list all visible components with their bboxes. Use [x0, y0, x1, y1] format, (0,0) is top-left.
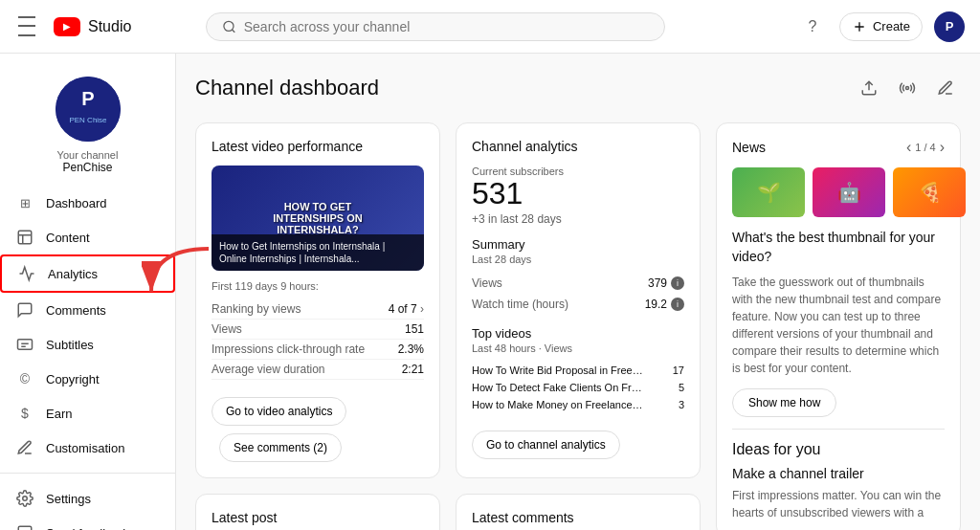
news-divider: [732, 429, 945, 430]
svg-point-8: [23, 497, 28, 501]
dashboard-icon: ⊞: [15, 193, 34, 212]
see-comments-button[interactable]: See comments (2): [219, 433, 342, 462]
header-left: Studio: [15, 15, 131, 38]
news-prev-button[interactable]: ‹: [906, 139, 911, 156]
sidebar-label-earn: Earn: [46, 407, 72, 421]
top-video-name-0: How To Write Bid Proposal in Freelancer|…: [472, 364, 644, 376]
menu-icon[interactable]: [15, 15, 38, 38]
search-bar[interactable]: [206, 12, 665, 41]
top-video-row-1: How To Detect Fake Clients On Freelancin…: [472, 379, 684, 396]
thumbnail-overlay-text-2: Online Internships | Internshala...: [219, 253, 416, 265]
customisation-icon: [15, 438, 34, 457]
sidebar-label-send-feedback: Send feedback: [46, 526, 129, 531]
sidebar-item-customisation[interactable]: Customisation: [0, 431, 175, 465]
stat-label-duration: Average view duration: [212, 363, 325, 376]
stat-row-ranking: Ranking by views 4 of 7 ›: [212, 299, 424, 320]
your-channel-label: Your channel: [57, 149, 119, 161]
create-label: Create: [873, 19, 910, 33]
top-video-row-0: How To Write Bid Proposal in Freelancer|…: [472, 362, 684, 379]
upload-icon[interactable]: [854, 73, 884, 103]
latest-video-title: Latest video performance: [212, 139, 424, 154]
dashboard-columns: Latest video performance HOW TO GETINTER…: [195, 122, 961, 530]
bottom-row: Latest post Loading... Latest comments C…: [195, 494, 701, 530]
svg-point-10: [906, 87, 909, 90]
sidebar-item-subtitles[interactable]: Subtitles: [0, 327, 175, 362]
stat-label-ctr: Impressions click-through rate: [212, 342, 365, 356]
help-icon[interactable]: ?: [797, 11, 828, 42]
ideas-title: Ideas for you: [732, 441, 945, 458]
sidebar-label-analytics: Analytics: [48, 267, 98, 281]
sidebar-item-settings[interactable]: Settings: [0, 481, 175, 516]
content-icon: [15, 228, 34, 247]
channel-analytics-btn-container: Go to channel analytics: [472, 423, 684, 459]
summary-title: Summary: [472, 237, 684, 252]
go-to-channel-analytics-button[interactable]: Go to channel analytics: [472, 431, 620, 459]
watchtime-info-icon: i: [671, 298, 684, 311]
analytics-label-watchtime: Watch time (hours): [472, 298, 568, 311]
channel-info: P PEN Chise Your channel PenChise: [0, 61, 175, 186]
top-video-views-0: 17: [673, 364, 684, 376]
thumbnail-overlay: How to Get Internships on Internshala | …: [212, 234, 424, 271]
sidebar-label-content: Content: [46, 231, 90, 245]
analytics-label-views: Views: [472, 276, 502, 290]
stat-label-ranking: Ranking by views: [212, 302, 301, 316]
sidebar-divider: [0, 473, 175, 474]
ideas-subtitle: Make a channel trailer: [732, 466, 945, 481]
header: Studio ? Create P: [0, 0, 980, 54]
analytics-row-views: Views 379 i: [472, 273, 684, 294]
app-body: P PEN Chise Your channel PenChise ⊞ Dash…: [0, 54, 980, 530]
copyright-icon: ©: [15, 369, 34, 388]
subscribers-change: +3 in last 28 days: [472, 212, 684, 226]
logo[interactable]: Studio: [54, 17, 131, 36]
latest-comments-title: Latest comments: [472, 510, 684, 525]
avatar[interactable]: P: [934, 11, 965, 42]
edit-icon[interactable]: [930, 73, 961, 103]
svg-text:P: P: [81, 88, 94, 109]
stat-label-views: Views: [212, 322, 242, 336]
news-thumb-1: 🌱: [732, 167, 805, 217]
sidebar-item-dashboard[interactable]: ⊞ Dashboard: [0, 186, 175, 220]
summary-period: Last 28 days: [472, 254, 684, 265]
main-content: Channel dashboard Late: [176, 54, 980, 530]
news-column: News ‹ 1 / 4 › 🌱 🤖 🍕 What's the best thu…: [716, 122, 961, 530]
sidebar-label-settings: Settings: [46, 492, 91, 506]
sidebar-item-analytics[interactable]: Analytics: [0, 254, 175, 293]
views-info-icon: i: [671, 276, 684, 290]
news-card: News ‹ 1 / 4 › 🌱 🤖 🍕 What's the best thu…: [716, 122, 961, 530]
latest-comments-card: Latest comments Channel comments that I …: [456, 494, 701, 530]
news-nav: ‹ 1 / 4 ›: [906, 139, 945, 156]
sidebar-item-comments[interactable]: Comments: [0, 293, 175, 327]
svg-text:PEN Chise: PEN Chise: [69, 116, 107, 124]
channel-analytics-title: Channel analytics: [472, 139, 684, 154]
top-video-views-1: 5: [679, 382, 684, 393]
sidebar-item-copyright[interactable]: © Copyright: [0, 362, 175, 396]
channel-analytics-card: Channel analytics Current subscribers 53…: [456, 122, 701, 478]
analytics-value-watchtime: 19.2 i: [645, 298, 684, 311]
studio-label: Studio: [88, 18, 131, 35]
sidebar-label-subtitles: Subtitles: [46, 338, 94, 352]
search-input[interactable]: [244, 19, 649, 34]
sidebar-label-customisation: Customisation: [46, 441, 124, 455]
sidebar-item-send-feedback[interactable]: Send feedback: [0, 516, 175, 530]
channel-avatar-svg: P PEN Chise: [56, 77, 121, 142]
page-header-actions: [854, 73, 961, 103]
sidebar-item-content[interactable]: Content: [0, 220, 175, 254]
left-columns: Latest video performance HOW TO GETINTER…: [195, 122, 701, 530]
stat-value-ranking: 4 of 7 ›: [389, 302, 424, 316]
latest-post-title: Latest post: [212, 510, 424, 525]
top-video-row-2: How to Make Money on Freelancer in 2023?…: [472, 396, 684, 413]
broadcast-icon[interactable]: [892, 73, 923, 103]
analytics-value-views: 379 i: [648, 276, 684, 290]
top-videos-title: Top videos: [472, 326, 684, 341]
show-me-button[interactable]: Show me how: [732, 388, 836, 417]
video-card-buttons: Go to video analytics See comments (2): [212, 389, 424, 462]
news-title: News: [732, 140, 766, 155]
news-next-button[interactable]: ›: [940, 139, 945, 156]
stat-value-ctr: 2.3%: [398, 342, 424, 356]
stat-value-views: 151: [405, 322, 424, 336]
analytics-icon: [17, 264, 36, 283]
create-button[interactable]: Create: [839, 12, 923, 41]
news-thumb-3: 🍕: [893, 167, 966, 217]
sidebar-item-earn[interactable]: $ Earn: [0, 396, 175, 431]
go-to-video-analytics-button[interactable]: Go to video analytics: [212, 397, 346, 426]
